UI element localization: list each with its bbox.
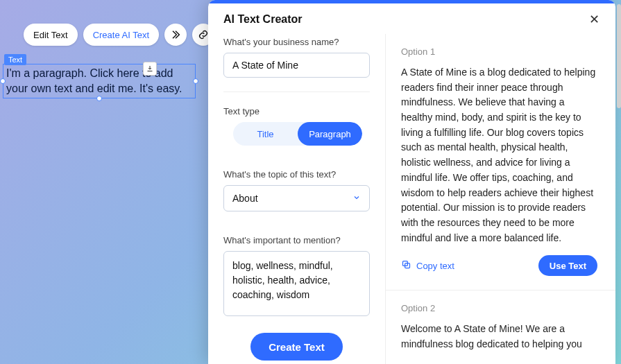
use-text-label: Use Text <box>550 261 586 271</box>
resize-handle-bottom[interactable] <box>96 96 102 101</box>
create-text-button[interactable]: Create Text <box>250 333 343 361</box>
copy-icon <box>401 259 411 272</box>
topic-value: About <box>232 193 258 204</box>
create-ai-text-button[interactable]: Create AI Text <box>83 24 159 46</box>
editor-stage: Edit Text Create AI Text Text I'm a para… <box>0 0 621 364</box>
chevron-down-icon <box>352 193 361 204</box>
result-option-1-label: Option 1 <box>401 46 597 57</box>
modal-body: What's your business name? Text type Tit… <box>208 34 615 364</box>
canvas-text-element[interactable]: I'm a paragraph. Click here to add your … <box>3 64 196 98</box>
edit-text-button[interactable]: Edit Text <box>24 24 78 46</box>
results-column[interactable]: Option 1 A State of Mine is a blog dedic… <box>385 34 615 364</box>
result-option-2-label: Option 2 <box>401 303 597 313</box>
text-type-title-label: Title <box>257 129 273 139</box>
create-text-label: Create Text <box>269 341 325 353</box>
copy-text-button[interactable]: Copy text <box>401 259 454 272</box>
result-option-1-actions: Copy text Use Text <box>401 255 597 276</box>
important-textarea[interactable] <box>223 251 370 316</box>
important-label: What's important to mention? <box>223 235 370 245</box>
canvas-toolbar: Edit Text Create AI Text <box>24 24 214 46</box>
text-type-segmented: Title Paragraph <box>233 122 362 146</box>
divider <box>223 92 370 92</box>
result-option-1-body: A State of Mine is a blog dedicated to h… <box>401 65 597 245</box>
topic-select[interactable]: About <box>223 185 370 211</box>
resize-handle-right[interactable] <box>193 78 198 84</box>
create-ai-text-label: Create AI Text <box>93 30 149 40</box>
download-icon[interactable] <box>143 62 157 76</box>
form-column: What's your business name? Text type Tit… <box>208 34 385 364</box>
result-option-2: Option 2 Welcome to A State of Mine! We … <box>386 291 615 364</box>
topic-label: What's the topic of this text? <box>223 169 370 180</box>
ai-text-creator-modal: AI Text Creator ✕ What's your business n… <box>208 0 615 364</box>
result-option-2-body: Welcome to A State of Mine! We are a min… <box>401 322 597 352</box>
copy-text-label: Copy text <box>416 261 454 271</box>
text-type-paragraph-label: Paragraph <box>309 129 351 139</box>
text-type-title-option[interactable]: Title <box>233 122 298 146</box>
page-scrollbar[interactable] <box>617 4 621 108</box>
close-icon[interactable]: ✕ <box>588 13 600 26</box>
text-type-label: Text type <box>223 106 370 116</box>
modal-title: AI Text Creator <box>223 13 303 26</box>
resize-handle-left[interactable] <box>0 78 6 84</box>
business-name-input[interactable] <box>223 53 370 78</box>
result-option-1: Option 1 A State of Mine is a blog dedic… <box>386 34 615 291</box>
text-type-paragraph-option[interactable]: Paragraph <box>298 122 362 146</box>
edit-text-label: Edit Text <box>33 30 68 40</box>
business-name-label: What's your business name? <box>223 37 370 47</box>
modal-header: AI Text Creator ✕ <box>208 3 615 34</box>
use-text-button[interactable]: Use Text <box>538 255 597 276</box>
animation-icon[interactable] <box>164 24 187 46</box>
